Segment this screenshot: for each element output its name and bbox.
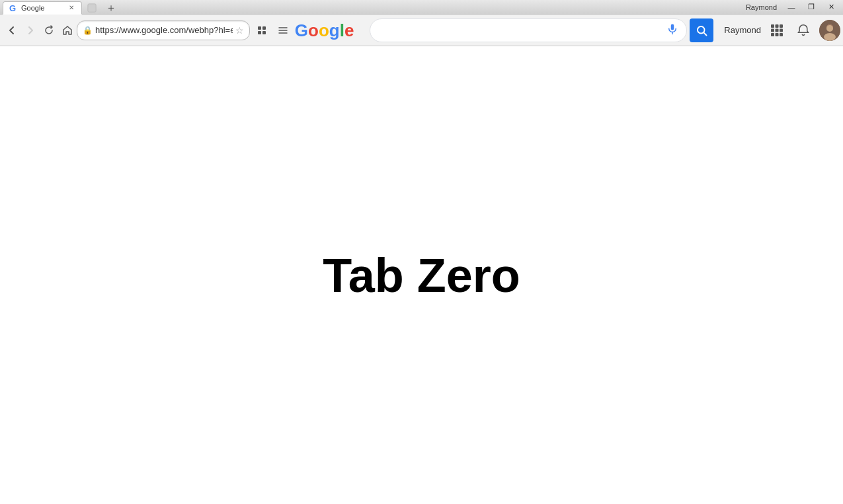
svg-rect-6	[671, 24, 674, 30]
notifications-button[interactable]	[793, 20, 814, 41]
back-button[interactable]	[3, 21, 21, 40]
home-button[interactable]	[58, 21, 77, 40]
user-label-title: Raymond	[746, 3, 777, 11]
svg-point-21	[824, 33, 836, 41]
window-controls: Raymond — ❐ ✕	[746, 1, 840, 13]
close-button[interactable]: ✕	[822, 1, 840, 13]
tab-zero-heading: Tab Zero	[323, 248, 520, 303]
navigation-bar: 🔒 ☆ Google	[0, 15, 843, 46]
new-tab-placeholder	[82, 1, 102, 15]
extensions-button[interactable]	[253, 21, 271, 40]
microphone-icon[interactable]	[666, 23, 678, 38]
svg-rect-14	[776, 28, 779, 32]
tab-title: Google	[21, 4, 63, 12]
svg-rect-12	[780, 24, 783, 28]
tab-close-button[interactable]: ✕	[67, 3, 76, 13]
maximize-button[interactable]: ❐	[802, 1, 821, 13]
search-box[interactable]	[370, 18, 687, 42]
svg-point-23	[826, 25, 833, 32]
svg-rect-16	[771, 33, 774, 36]
forward-button[interactable]	[21, 21, 40, 40]
svg-rect-11	[776, 24, 779, 28]
user-name-label: Raymond	[724, 25, 761, 35]
title-bar: G Google ✕ ＋ Raymond — ❐ ✕	[0, 0, 843, 15]
new-tab-button[interactable]: ＋	[103, 3, 119, 15]
reload-button[interactable]	[40, 21, 58, 40]
header-right: Raymond	[724, 20, 840, 41]
active-tab[interactable]: G Google ✕	[3, 1, 82, 15]
svg-rect-4	[258, 31, 261, 34]
new-tab-icon	[87, 3, 97, 13]
address-bar-container[interactable]: 🔒 ☆	[77, 20, 250, 40]
search-button[interactable]	[690, 18, 713, 42]
search-area	[370, 18, 713, 42]
svg-line-9	[704, 32, 707, 35]
google-logo: Google	[295, 22, 354, 39]
bookmark-star-icon[interactable]: ☆	[235, 25, 244, 36]
address-input[interactable]	[95, 25, 233, 35]
svg-text:G: G	[9, 3, 16, 13]
main-content: Tab Zero	[0, 46, 843, 504]
tab-favicon: G	[9, 3, 18, 13]
svg-rect-5	[262, 31, 266, 34]
nav-right-buttons	[253, 21, 292, 40]
svg-rect-17	[776, 33, 779, 36]
svg-rect-1	[88, 3, 96, 11]
svg-rect-3	[262, 26, 266, 30]
svg-rect-10	[771, 24, 774, 28]
lock-icon: 🔒	[83, 26, 93, 35]
minimize-button[interactable]: —	[782, 1, 801, 13]
svg-rect-18	[780, 33, 783, 36]
google-apps-button[interactable]	[766, 20, 787, 41]
svg-rect-15	[780, 28, 783, 32]
menu-button[interactable]	[274, 21, 292, 40]
svg-rect-2	[258, 26, 261, 30]
tab-area: G Google ✕ ＋	[3, 0, 743, 15]
avatar[interactable]	[819, 20, 840, 41]
svg-rect-13	[771, 28, 774, 32]
search-input[interactable]	[378, 25, 666, 36]
